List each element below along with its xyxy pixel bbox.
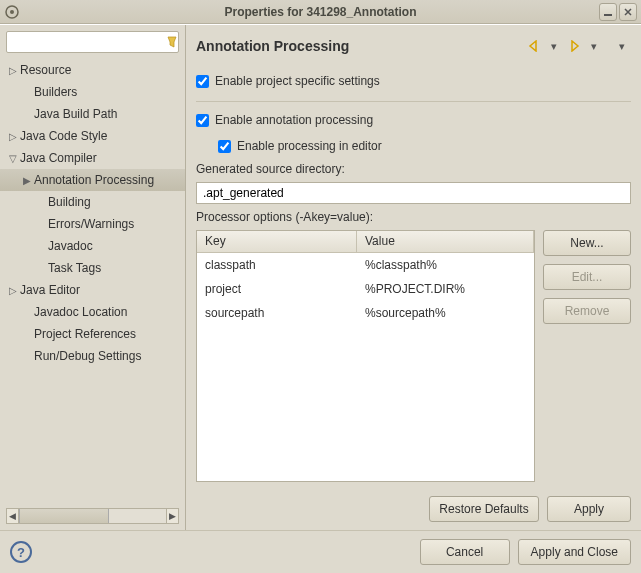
title-bar: Properties for 341298_Annotation bbox=[0, 0, 641, 24]
sidebar: ▷ResourceBuildersJava Build Path▷Java Co… bbox=[0, 25, 186, 530]
tree-item[interactable]: ▶Annotation Processing bbox=[0, 169, 185, 191]
generated-source-input[interactable] bbox=[196, 182, 631, 204]
checkbox-input[interactable] bbox=[218, 140, 231, 153]
tree-item-label: Java Compiler bbox=[20, 151, 97, 165]
apply-and-close-button[interactable]: Apply and Close bbox=[518, 539, 631, 565]
back-menu-icon[interactable]: ▾ bbox=[545, 37, 563, 55]
tree-item[interactable]: ▷Resource bbox=[0, 59, 185, 81]
tree-item-label: Java Editor bbox=[20, 283, 80, 297]
cell-key: classpath bbox=[197, 258, 357, 272]
checkbox-label: Enable processing in editor bbox=[237, 139, 382, 153]
tree-item-label: Building bbox=[48, 195, 91, 209]
tree-item[interactable]: Errors/Warnings bbox=[0, 213, 185, 235]
tree-item-label: Run/Debug Settings bbox=[34, 349, 141, 363]
category-tree[interactable]: ▷ResourceBuildersJava Build Path▷Java Co… bbox=[0, 55, 185, 506]
tree-item-label: Javadoc bbox=[48, 239, 93, 253]
tree-twisty-icon[interactable]: ▷ bbox=[6, 131, 20, 142]
tree-item[interactable]: Java Build Path bbox=[0, 103, 185, 125]
tree-item[interactable]: Building bbox=[0, 191, 185, 213]
table-row[interactable]: project%PROJECT.DIR% bbox=[197, 277, 534, 301]
tree-item[interactable]: ▷Java Code Style bbox=[0, 125, 185, 147]
svg-point-1 bbox=[10, 10, 14, 14]
view-menu-icon[interactable]: ▾ bbox=[613, 37, 631, 55]
tree-item-label: Resource bbox=[20, 63, 71, 77]
tree-twisty-icon[interactable]: ▽ bbox=[6, 153, 20, 164]
cancel-button[interactable]: Cancel bbox=[420, 539, 510, 565]
tree-twisty-icon[interactable]: ▶ bbox=[20, 175, 34, 186]
tree-item-label: Java Code Style bbox=[20, 129, 107, 143]
tree-item-label: Errors/Warnings bbox=[48, 217, 134, 231]
tree-twisty-icon[interactable]: ▷ bbox=[6, 285, 20, 296]
back-icon[interactable] bbox=[525, 37, 543, 55]
column-header-key[interactable]: Key bbox=[197, 231, 357, 252]
apply-button[interactable]: Apply bbox=[547, 496, 631, 522]
tree-item[interactable]: Task Tags bbox=[0, 257, 185, 279]
generated-source-label: Generated source directory: bbox=[196, 162, 631, 176]
cell-value: %PROJECT.DIR% bbox=[357, 282, 534, 296]
cell-key: sourcepath bbox=[197, 306, 357, 320]
tree-item[interactable]: Javadoc Location bbox=[0, 301, 185, 323]
tree-item-label: Annotation Processing bbox=[34, 173, 154, 187]
column-header-value[interactable]: Value bbox=[357, 231, 534, 252]
scroll-left-arrow[interactable]: ◀ bbox=[7, 509, 19, 523]
processor-options-table[interactable]: Key Value classpath%classpath%project%PR… bbox=[196, 230, 535, 482]
tree-item-label: Javadoc Location bbox=[34, 305, 127, 319]
checkbox-input[interactable] bbox=[196, 75, 209, 88]
scroll-right-arrow[interactable]: ▶ bbox=[166, 509, 178, 523]
table-row[interactable]: classpath%classpath% bbox=[197, 253, 534, 277]
page-title: Annotation Processing bbox=[196, 38, 349, 54]
tree-item[interactable]: Project References bbox=[0, 323, 185, 345]
tree-item-label: Builders bbox=[34, 85, 77, 99]
enable-annotation-processing-checkbox[interactable]: Enable annotation processing bbox=[196, 110, 631, 130]
forward-menu-icon[interactable]: ▾ bbox=[585, 37, 603, 55]
minimize-button[interactable] bbox=[599, 3, 617, 21]
cell-value: %sourcepath% bbox=[357, 306, 534, 320]
tree-item-label: Project References bbox=[34, 327, 136, 341]
separator bbox=[196, 101, 631, 102]
enable-processing-in-editor-checkbox[interactable]: Enable processing in editor bbox=[196, 136, 631, 156]
checkbox-label: Enable project specific settings bbox=[215, 74, 380, 88]
checkbox-input[interactable] bbox=[196, 114, 209, 127]
checkbox-label: Enable annotation processing bbox=[215, 113, 373, 127]
restore-defaults-button[interactable]: Restore Defaults bbox=[429, 496, 539, 522]
clear-filter-icon[interactable] bbox=[165, 35, 179, 49]
new-button[interactable]: New... bbox=[543, 230, 631, 256]
tree-item[interactable]: Javadoc bbox=[0, 235, 185, 257]
content-area: Annotation Processing ▾ ▾ ▾ Enable proje… bbox=[186, 25, 641, 530]
filter-field[interactable] bbox=[6, 31, 179, 53]
edit-button: Edit... bbox=[543, 264, 631, 290]
tree-item[interactable]: ▽Java Compiler bbox=[0, 147, 185, 169]
processor-options-label: Processor options (-Akey=value): bbox=[196, 210, 631, 224]
close-button[interactable] bbox=[619, 3, 637, 21]
filter-input[interactable] bbox=[7, 33, 165, 51]
table-row[interactable]: sourcepath%sourcepath% bbox=[197, 301, 534, 325]
window-title: Properties for 341298_Annotation bbox=[0, 5, 641, 19]
cell-key: project bbox=[197, 282, 357, 296]
help-icon[interactable]: ? bbox=[10, 541, 32, 563]
scroll-thumb[interactable] bbox=[19, 509, 109, 523]
tree-item[interactable]: Builders bbox=[0, 81, 185, 103]
tree-item-label: Task Tags bbox=[48, 261, 101, 275]
remove-button: Remove bbox=[543, 298, 631, 324]
enable-project-specific-checkbox[interactable]: Enable project specific settings bbox=[196, 71, 631, 91]
horizontal-scrollbar[interactable]: ◀ ▶ bbox=[6, 508, 179, 524]
tree-item-label: Java Build Path bbox=[34, 107, 117, 121]
tree-item[interactable]: Run/Debug Settings bbox=[0, 345, 185, 367]
tree-twisty-icon[interactable]: ▷ bbox=[6, 65, 20, 76]
app-icon bbox=[4, 4, 20, 20]
svg-rect-2 bbox=[604, 14, 612, 16]
cell-value: %classpath% bbox=[357, 258, 534, 272]
tree-item[interactable]: ▷Java Editor bbox=[0, 279, 185, 301]
forward-icon[interactable] bbox=[565, 37, 583, 55]
